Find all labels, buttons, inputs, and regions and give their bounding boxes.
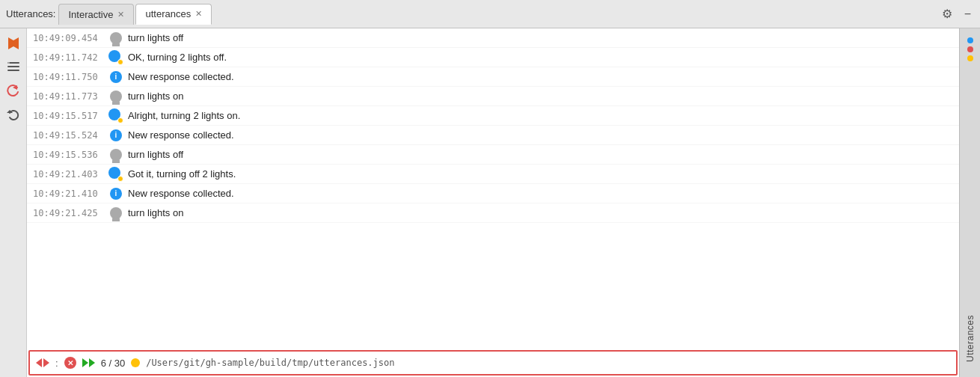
log-timestamp: 10:49:21.403 bbox=[33, 169, 104, 180]
arrow-left-icon bbox=[36, 358, 42, 367]
rs-yellow-dot bbox=[967, 55, 973, 61]
status-play-arrows[interactable] bbox=[36, 358, 49, 367]
log-row[interactable]: 10:49:15.524iNew response collected. bbox=[27, 126, 959, 145]
left-sidebar bbox=[0, 28, 27, 377]
log-timestamp: 10:49:15.536 bbox=[33, 150, 104, 160]
log-icon-user bbox=[108, 89, 123, 104]
log-icon-user bbox=[108, 147, 123, 162]
sidebar-play-icon[interactable] bbox=[4, 34, 22, 52]
tab-utterances[interactable]: utterances ✕ bbox=[135, 4, 212, 25]
log-icon-robot bbox=[108, 167, 123, 182]
status-count: 6 / 30 bbox=[101, 358, 126, 369]
log-message: OK, turning 2 lights off. bbox=[128, 52, 227, 63]
right-sidebar-icons bbox=[967, 37, 973, 61]
log-area: 10:49:09.454turn lights off10:49:11.742O… bbox=[27, 28, 959, 377]
log-message: Got it, turning off 2 lights. bbox=[128, 168, 236, 180]
tab-interactive[interactable]: Interactive ✕ bbox=[58, 4, 134, 25]
log-icon-robot bbox=[108, 50, 123, 65]
log-timestamp: 10:49:21.425 bbox=[33, 208, 104, 218]
log-row[interactable]: 10:49:11.773turn lights on bbox=[27, 87, 959, 106]
tab-bar: Utterances: Interactive ✕ utterances ✕ ⚙… bbox=[0, 0, 980, 28]
stop-x-icon: ✕ bbox=[67, 359, 73, 367]
log-row[interactable]: 10:49:21.425turn lights on bbox=[27, 203, 959, 223]
svg-rect-3 bbox=[7, 66, 19, 67]
forward-arrow-1 bbox=[82, 358, 88, 367]
log-list: 10:49:09.454turn lights off10:49:11.742O… bbox=[27, 28, 959, 349]
log-timestamp: 10:49:15.524 bbox=[33, 130, 104, 141]
svg-rect-5 bbox=[7, 62, 10, 64]
tab-bar-label: Utterances: bbox=[6, 8, 55, 19]
log-icon-user bbox=[108, 206, 123, 221]
log-icon-info: i bbox=[108, 186, 123, 201]
log-message: turn lights off bbox=[128, 149, 183, 160]
rs-blue-dot bbox=[967, 37, 973, 43]
log-row[interactable]: 10:49:15.517Alright, turning 2 lights on… bbox=[27, 106, 959, 126]
log-timestamp: 10:49:11.742 bbox=[33, 52, 104, 63]
status-stop-button[interactable]: ✕ bbox=[64, 357, 76, 369]
tab-utterances-label: utterances bbox=[145, 8, 191, 19]
log-timestamp: 10:49:11.750 bbox=[33, 72, 104, 82]
log-message: Alright, turning 2 lights on. bbox=[128, 110, 240, 121]
right-sidebar-label[interactable]: Utterances bbox=[965, 315, 976, 362]
status-separator: : bbox=[55, 358, 58, 369]
right-sidebar: Utterances bbox=[959, 28, 980, 377]
minimize-button[interactable]: − bbox=[961, 6, 974, 22]
log-row[interactable]: 10:49:11.742OK, turning 2 lights off. bbox=[27, 48, 959, 67]
log-row[interactable]: 10:49:11.750iNew response collected. bbox=[27, 67, 959, 87]
log-message: New response collected. bbox=[128, 71, 234, 82]
sidebar-list-icon[interactable] bbox=[4, 58, 22, 76]
status-forward-button[interactable] bbox=[82, 358, 95, 367]
log-timestamp: 10:49:15.517 bbox=[33, 111, 104, 121]
log-row[interactable]: 10:49:15.536turn lights off bbox=[27, 145, 959, 165]
forward-arrow-2 bbox=[89, 358, 95, 367]
tab-interactive-label: Interactive bbox=[68, 9, 113, 20]
log-row[interactable]: 10:49:21.410iNew response collected. bbox=[27, 184, 959, 203]
log-timestamp: 10:49:11.773 bbox=[33, 91, 104, 102]
sidebar-undo-icon[interactable] bbox=[4, 106, 22, 124]
log-row[interactable]: 10:49:21.403Got it, turning off 2 lights… bbox=[27, 165, 959, 184]
log-row[interactable]: 10:49:09.454turn lights off bbox=[27, 28, 959, 48]
log-timestamp: 10:49:09.454 bbox=[33, 33, 104, 43]
tab-bar-actions: ⚙ − bbox=[939, 5, 974, 22]
log-icon-info: i bbox=[108, 70, 123, 85]
log-icon-user bbox=[108, 31, 123, 46]
tab-interactive-close[interactable]: ✕ bbox=[117, 10, 124, 19]
status-bar: : ✕ 6 / 30 /Users/git/gh-sample/build/tm… bbox=[28, 350, 958, 376]
main-area: 10:49:09.454turn lights off10:49:11.742O… bbox=[0, 28, 980, 377]
log-timestamp: 10:49:21.410 bbox=[33, 188, 104, 199]
rs-red-dot bbox=[967, 46, 973, 52]
sidebar-refresh-icon[interactable] bbox=[4, 82, 22, 100]
log-icon-robot bbox=[108, 108, 123, 123]
svg-rect-4 bbox=[7, 70, 19, 71]
arrow-right-icon bbox=[43, 358, 49, 367]
log-message: turn lights off bbox=[128, 32, 183, 43]
log-message: New response collected. bbox=[128, 129, 234, 141]
settings-button[interactable]: ⚙ bbox=[939, 5, 955, 22]
status-path: /Users/git/gh-sample/build/tmp/utterance… bbox=[146, 358, 394, 368]
log-message: New response collected. bbox=[128, 188, 234, 199]
log-icon-info: i bbox=[108, 128, 123, 143]
status-dot-icon bbox=[131, 358, 140, 367]
log-message: turn lights on bbox=[128, 91, 183, 102]
tab-utterances-close[interactable]: ✕ bbox=[195, 9, 202, 19]
log-message: turn lights on bbox=[128, 207, 183, 218]
